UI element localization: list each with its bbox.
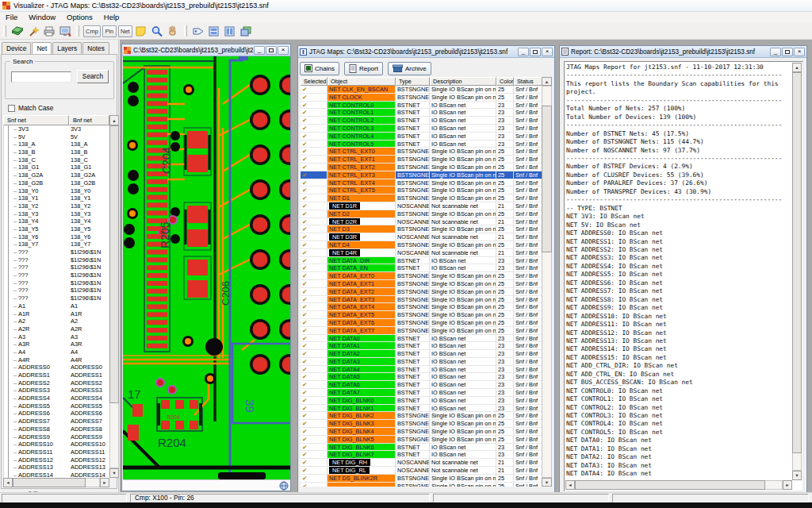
net-row[interactable]: –A2RA2R	[4, 325, 109, 333]
pcb-close-button[interactable]: ×	[278, 46, 289, 55]
net-row[interactable]: –???$1I296\$1N	[4, 294, 109, 302]
jtag-maximize-button[interactable]	[530, 48, 541, 56]
jtag-row[interactable]: ✔NET CTRL_EXT4BSTSNGNETSingle IO BScan p…	[301, 179, 542, 187]
jtag-row[interactable]: ✔NET DATA1BSTNETIO BScan net23Snf / Bnf	[301, 342, 542, 350]
jtag-row[interactable]: ✔NET DATA_EXT6BSTSNGNETSingle IO BScan p…	[301, 319, 542, 327]
report-maximize-button[interactable]	[782, 48, 793, 56]
jtag-close-button[interactable]: ×	[542, 48, 553, 56]
jtag-row[interactable]: ✔NET CTRL_EXT0BSTSNGNETSingle IO BScan p…	[301, 148, 542, 156]
jtag-row[interactable]: ✔NET D4RNOSCANNETNot scannable net21Snf …	[301, 249, 542, 257]
jtag-row[interactable]: ✔NET D2RNOSCANNETNot scannable net21Snf …	[301, 218, 542, 226]
jtag-row[interactable]: ✔NET CONTROL4BSTNETIO BScan net23Snf / B…	[301, 133, 542, 140]
netlist-scroll-left[interactable]: ◄	[3, 478, 13, 487]
pan-button[interactable]	[165, 24, 181, 38]
jtag-row[interactable]: ✔NET CTRL_EXT1BSTSNGNETSingle IO BScan p…	[301, 156, 542, 164]
jtag-row[interactable]: ✔NET DATA_EXT5BSTSNGNETSingle IO BScan p…	[301, 311, 542, 319]
menu-window[interactable]: Window	[23, 12, 61, 23]
jtag-row[interactable]: ✔NET DATA_EXT1BSTSNGNETSingle IO BScan p…	[301, 280, 542, 288]
report-button[interactable]: Report	[344, 62, 383, 75]
jtag-row[interactable]: ✔NET CTRL_EXT3BSTSNGNETSingle IO BScan p…	[301, 171, 542, 179]
net-row[interactable]: –A2A2	[4, 318, 109, 325]
jtag-row[interactable]: ✔NET DATA_DIRBSTNETIO BScan net23Snf / B…	[301, 257, 542, 265]
net-row[interactable]: –138_Y0138_Y0	[4, 187, 109, 195]
report-scroll-up[interactable]: ▲	[792, 63, 802, 72]
zoom-button[interactable]	[149, 24, 165, 38]
jtag-row[interactable]: ✔NET DIG_BLNK2BSTSNGNETSingle IO BScan p…	[301, 412, 542, 420]
cmp-mode-button[interactable]: Cmp	[83, 25, 101, 37]
net-row[interactable]: –???$1I296\$1N	[4, 271, 109, 279]
jtag-row[interactable]: ✔NET DATA_EXT0BSTSNGNETSingle IO BScan p…	[301, 272, 542, 280]
toolbar-grip[interactable]	[76, 25, 79, 37]
jtag-row[interactable]: ✔NET CLK_EN_BSCANBSTSNGNETSingle IO BSca…	[301, 86, 542, 94]
jtag-column-header[interactable]: Status	[514, 77, 542, 86]
report-window-titlebar[interactable]: Report: C:\Bst32-CD23\boards\jt2153_preb…	[560, 46, 806, 58]
open-board-button[interactable]	[10, 24, 25, 38]
net-row[interactable]: –ADDRESS3ADDRESS3	[4, 387, 109, 394]
jtag-minimize-button[interactable]: _	[518, 48, 529, 56]
jtag-row[interactable]: ✔BSTSNGNETSingle IO BScan pin on net25Sn…	[301, 483, 542, 487]
jtag-row[interactable]: ✔NET DIG_BLNK5BSTSNGNETSingle IO BScan p…	[301, 436, 542, 444]
jtag-row[interactable]: ✔NET CTRL_EXT2BSTSNGNETSingle IO BScan p…	[301, 164, 542, 171]
jtag-row[interactable]: ✔NET DATA5BSTNETIO BScan net23Snf / Bnf	[301, 373, 542, 381]
net-row[interactable]: –ADDRESS0ADDRESS0	[4, 364, 109, 371]
jtag-row[interactable]: ✔NET DIG_RHNOSCANNETNot scannable net21S…	[301, 459, 542, 467]
jtag-row[interactable]: ✔NET DATA_ENBSTNETIO BScan net23Snf / Bn…	[301, 264, 542, 272]
jtag-row[interactable]: ✔NET DATA7BSTNETIO BScan net23Snf / Bnf	[301, 389, 542, 397]
jtag-column-header[interactable]: Type	[396, 77, 430, 86]
jtag-row[interactable]: ✔NET DIG_BLNK4BSTSNGNETSingle IO BScan p…	[301, 428, 542, 436]
net-row[interactable]: –138_Y4138_Y4	[4, 217, 109, 225]
jtag-scroll-down[interactable]: ▼	[542, 478, 552, 487]
net-row[interactable]: –A4A4	[4, 348, 109, 356]
report-close-button[interactable]: ×	[794, 48, 805, 56]
netlist-vscroll-thumb[interactable]	[109, 125, 119, 403]
report-vscroll-thumb[interactable]	[792, 72, 802, 453]
net-row[interactable]: –ADDRESS10ADDRESS10	[4, 441, 109, 448]
jtag-row[interactable]: ✔NET DIG_RLNOSCANNETNot scannable net21S…	[301, 467, 542, 475]
netlist-scroll-right[interactable]: ►	[100, 478, 109, 487]
menu-options[interactable]: Options	[61, 12, 98, 23]
net-row[interactable]: –138_Y3138_Y3	[4, 210, 109, 218]
net-row[interactable]: –138_C138_C	[4, 156, 109, 164]
tab-notes[interactable]: Notes	[82, 42, 109, 55]
jtag-window-titlebar[interactable]: JTAG Maps: C:\Bst32-CD23\boards\jt2153_p…	[298, 46, 554, 58]
tab-net[interactable]: Net	[32, 42, 52, 55]
menu-help[interactable]: Help	[98, 12, 125, 23]
net-row[interactable]: –138_A138_A	[4, 140, 109, 148]
jtag-column-header[interactable]: Object	[327, 77, 396, 86]
jtag-row[interactable]: ✔NET D1RNOSCANNETNot scannable net21Snf …	[301, 202, 542, 210]
jtag-row[interactable]: ✔NET CONTROL0BSTNETIO BScan net23Snf / B…	[301, 102, 542, 110]
jtag-row[interactable]: ✔NET D1BSTSNGNETSingle IO BScan pin on n…	[301, 194, 542, 202]
pcb-window-titlebar[interactable]: C:\Bst32-CD23\boards\jt2153_prebuild\jt2…	[122, 44, 290, 56]
pin-mode-button[interactable]: Pin	[102, 25, 117, 37]
net-row[interactable]: –ADDRESS14ADDRESS14	[4, 471, 109, 478]
jtag-row[interactable]: ✔NET DATA4BSTNETIO BScan net23Snf / Bnf	[301, 366, 542, 374]
net-row[interactable]: –3V33V3	[4, 125, 109, 133]
menu-file[interactable]: File	[0, 12, 23, 23]
search-input[interactable]	[11, 71, 71, 83]
pcb-minimize-button[interactable]: _	[254, 46, 265, 55]
net-row[interactable]: –A1RA1R	[4, 310, 109, 318]
capture-button[interactable]	[57, 24, 73, 38]
tag-button[interactable]	[190, 24, 206, 38]
net-row[interactable]: –138_B138_B	[4, 148, 109, 156]
jtag-column-header[interactable]: Description	[430, 77, 496, 86]
net-mode-button[interactable]: Net	[118, 25, 132, 37]
jtag-row[interactable]: ✔NET DATA3BSTNETIO BScan net23Snf / Bnf	[301, 358, 542, 366]
net-row[interactable]: –???$1I296\$1N	[4, 279, 109, 287]
jtag-row[interactable]: ✔NET D3RNOSCANNETNot scannable net21Snf …	[301, 233, 542, 241]
note-button[interactable]	[133, 24, 149, 38]
match-case-option[interactable]: Match Case	[8, 104, 53, 112]
tab-device[interactable]: Device	[2, 42, 31, 55]
jtag-row[interactable]: ✔NET DATA0BSTNETIO BScan net23Snf / Bnf	[301, 335, 542, 343]
net-row[interactable]: –ADDRESS5ADDRESS5	[4, 402, 109, 410]
net-row[interactable]: –A1A1	[4, 302, 109, 310]
jtag-row[interactable]: ✔NET D3BSTSNGNETSingle IO BScan pin on n…	[301, 225, 542, 233]
search-button[interactable]: Search	[77, 70, 109, 83]
chains-button[interactable]: Chains	[300, 62, 339, 75]
net-row[interactable]: –???$1I296\$1N	[4, 248, 109, 256]
jtag-row[interactable]: ✔NET CLOCKBSTSNGNETSingle IO BScan pin o…	[301, 94, 542, 102]
net-row[interactable]: –ADDRESS6ADDRESS6	[4, 410, 109, 418]
net-row[interactable]: –ADDRESS4ADDRESS4	[4, 394, 109, 402]
net-row[interactable]: –???$1I296\$1N	[4, 256, 109, 264]
tab-layers[interactable]: Layers	[52, 42, 82, 55]
